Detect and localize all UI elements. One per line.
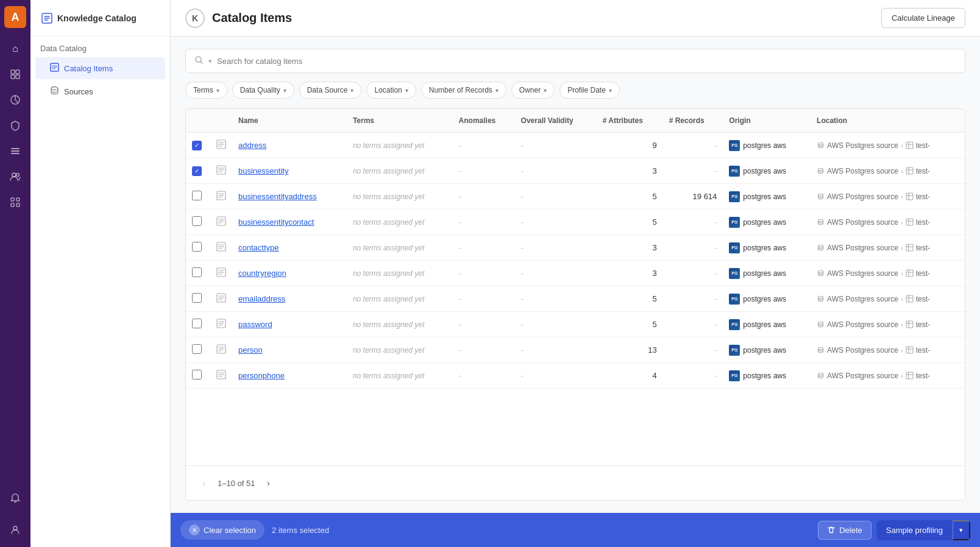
col-anomalies: Anomalies	[453, 109, 515, 133]
origin-logo: PG	[729, 217, 740, 228]
row-checkbox-cell[interactable]	[186, 363, 210, 389]
table-row: passwordno terms assigned yet--5- PG pos…	[186, 312, 965, 337]
table-type-icon	[216, 372, 226, 381]
row-checkbox[interactable]	[192, 344, 202, 354]
svg-point-41	[818, 322, 823, 324]
filter-number-of-records[interactable]: Number of Records ▾	[421, 82, 506, 99]
row-terms: no terms assigned yet	[347, 210, 453, 235]
row-records: 19 614	[663, 184, 723, 210]
row-name[interactable]: businessentityaddress	[232, 184, 347, 210]
next-page-button[interactable]: ›	[260, 475, 277, 492]
col-name: Name	[232, 109, 347, 133]
row-name[interactable]: businessentity	[232, 158, 347, 184]
row-name[interactable]: emailaddress	[232, 286, 347, 312]
row-checkbox-cell[interactable]: ✓	[186, 158, 210, 184]
sidebar-icon-shield[interactable]	[4, 115, 26, 136]
filter-terms[interactable]: Terms ▾	[185, 82, 227, 99]
location-db-icon	[817, 167, 825, 175]
table-row: businessentitycontactno terms assigned y…	[186, 210, 965, 235]
pagination: ‹ 1–10 of 51 ›	[186, 465, 965, 500]
sidebar-icon-list[interactable]	[4, 140, 26, 162]
row-checkbox[interactable]: ✓	[192, 141, 202, 150]
filter-data-source[interactable]: Data Source ▾	[299, 82, 362, 99]
sidebar-left: A ⌂	[0, 0, 30, 547]
data-source-chevron-icon: ▾	[350, 87, 353, 94]
search-icon	[194, 55, 204, 66]
main-header: K Catalog Items Calculate Lineage	[171, 0, 980, 37]
sample-profiling-main[interactable]: Sample profiling	[876, 521, 953, 540]
svg-rect-6	[11, 150, 20, 152]
svg-rect-10	[11, 198, 14, 201]
col-type-icon	[210, 109, 232, 133]
row-checkbox[interactable]: ✓	[192, 166, 202, 176]
calculate-lineage-button[interactable]: Calculate Lineage	[881, 8, 965, 28]
row-checkbox[interactable]	[192, 216, 202, 226]
row-checkbox-cell[interactable]	[186, 184, 210, 210]
location-table-icon	[906, 346, 914, 354]
row-origin: PG postgres aws	[723, 312, 811, 337]
search-input[interactable]	[217, 57, 956, 66]
row-checkbox-cell[interactable]	[186, 210, 210, 235]
sidebar-icon-home[interactable]: ⌂	[4, 38, 26, 60]
search-chevron-icon[interactable]: ▾	[208, 57, 212, 65]
table-row: contacttypeno terms assigned yet--3- PG …	[186, 235, 965, 261]
row-name[interactable]: personphone	[232, 363, 347, 389]
row-checkbox[interactable]	[192, 319, 202, 328]
row-checkbox-cell[interactable]	[186, 286, 210, 312]
nav-item-catalog-items[interactable]: Catalog Items	[35, 57, 165, 79]
filter-profile-date[interactable]: Profile Date ▾	[559, 82, 620, 99]
table-type-icon	[216, 244, 226, 253]
row-checkbox[interactable]	[192, 242, 202, 252]
row-origin: PG postgres aws	[723, 337, 811, 363]
delete-button[interactable]: Delete	[818, 521, 872, 540]
row-overall-validity: -	[515, 158, 597, 184]
row-checkbox[interactable]	[192, 370, 202, 379]
row-name[interactable]: person	[232, 337, 347, 363]
row-checkbox[interactable]	[192, 191, 202, 200]
sidebar-icon-catalog[interactable]	[4, 63, 26, 85]
svg-rect-24	[906, 168, 913, 174]
nav-panel: Knowledge Catalog Data Catalog Catalog I…	[30, 0, 171, 547]
row-checkbox-cell[interactable]	[186, 261, 210, 286]
row-checkbox-cell[interactable]: ✓	[186, 133, 210, 158]
row-checkbox-cell[interactable]	[186, 312, 210, 337]
clear-selection-button[interactable]: ✕ Clear selection	[180, 520, 265, 540]
row-name[interactable]: address	[232, 133, 347, 158]
row-checkbox-cell[interactable]	[186, 235, 210, 261]
sidebar-icon-analytics[interactable]	[4, 89, 26, 111]
filter-data-quality[interactable]: Data Quality ▾	[232, 82, 294, 99]
filter-location[interactable]: Location ▾	[366, 82, 416, 99]
location-table-icon	[906, 295, 914, 303]
sources-icon	[50, 86, 59, 97]
sidebar-icon-grid[interactable]	[4, 191, 26, 213]
sidebar-icon-people[interactable]	[4, 166, 26, 188]
row-location: AWS Postgres source › test-	[811, 286, 965, 312]
search-bar: ▾	[185, 49, 965, 73]
row-name[interactable]: businessentitycontact	[232, 210, 347, 235]
row-name[interactable]: contacttype	[232, 235, 347, 261]
sidebar-icon-bell[interactable]	[4, 487, 26, 509]
col-origin: Origin	[723, 109, 811, 133]
row-checkbox[interactable]	[192, 267, 202, 277]
sample-profiling-button[interactable]: Sample profiling ▾	[876, 520, 970, 540]
row-anomalies: -	[453, 158, 515, 184]
sidebar-icon-user[interactable]	[4, 519, 26, 541]
row-overall-validity: -	[515, 235, 597, 261]
row-records: -	[663, 286, 723, 312]
app-logo[interactable]: A	[4, 6, 26, 28]
row-checkbox[interactable]	[192, 293, 202, 303]
sample-profiling-arrow[interactable]: ▾	[953, 520, 970, 540]
nav-item-sources[interactable]: Sources	[35, 80, 165, 102]
prev-page-button[interactable]: ‹	[196, 475, 213, 492]
row-name[interactable]: countryregion	[232, 261, 347, 286]
table-scroll[interactable]: Name Terms Anomalies Overall Validity # …	[186, 109, 965, 465]
filter-owner[interactable]: Owner ▾	[511, 82, 555, 99]
row-anomalies: -	[453, 363, 515, 389]
row-checkbox-cell[interactable]	[186, 337, 210, 363]
location-db-icon	[817, 372, 825, 379]
col-records: # Records	[663, 109, 723, 133]
row-terms: no terms assigned yet	[347, 158, 453, 184]
row-name[interactable]: password	[232, 312, 347, 337]
row-terms: no terms assigned yet	[347, 235, 453, 261]
row-anomalies: -	[453, 184, 515, 210]
